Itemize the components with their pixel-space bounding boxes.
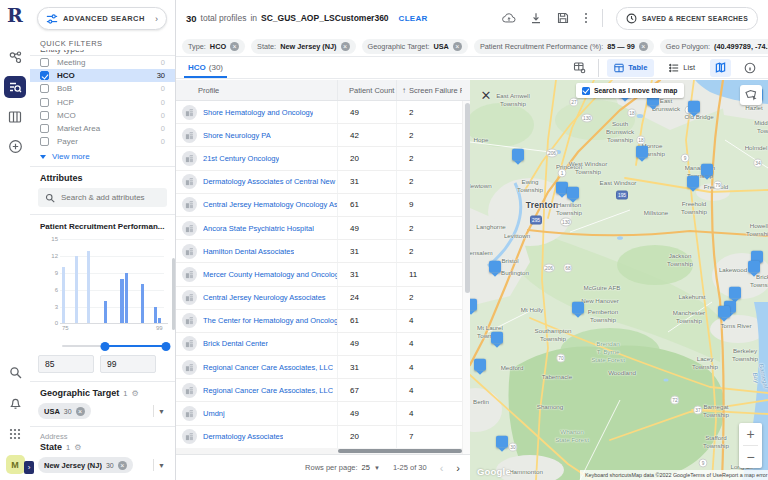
slider-handle-max[interactable] [162, 342, 171, 351]
range-max-input[interactable] [100, 355, 156, 373]
chip-remove-icon[interactable]: × [118, 461, 127, 470]
filter-chip[interactable]: Geographic Target:USA× [362, 39, 468, 54]
profile-name-link[interactable]: Central Jersey Neurology Associates [203, 293, 326, 302]
checkbox-icon[interactable] [40, 124, 49, 133]
chip-remove-icon[interactable]: × [639, 42, 648, 51]
checkbox-icon[interactable] [40, 137, 49, 146]
chip-remove-icon[interactable]: × [341, 42, 350, 51]
map-marker[interactable] [718, 306, 730, 318]
search-as-move-checkbox[interactable]: Search as I move the map [576, 83, 684, 98]
map-marker[interactable] [489, 261, 501, 273]
filter-chip[interactable]: State:New Jersey (NJ)× [251, 39, 355, 54]
table-row[interactable]: Regional Cancer Care Associates, LLC314 [176, 356, 462, 379]
profile-name-link[interactable]: Shore Hematology and Oncology [203, 108, 313, 117]
profile-name-link[interactable]: Ancora State Psychiatric Hospital [203, 224, 314, 233]
map-marker[interactable] [474, 359, 486, 371]
profile-name-link[interactable]: Dermatology Associates of Central New Je… [203, 177, 337, 186]
map-marker[interactable] [729, 287, 741, 299]
map-marker[interactable] [748, 261, 760, 273]
map-marker[interactable] [470, 299, 477, 311]
profile-name-link[interactable]: 21st Century Oncology [203, 154, 279, 163]
tab-hco[interactable]: HCO (30) [184, 57, 227, 78]
table-row[interactable]: Dermatology Associates207 [176, 426, 462, 449]
column-header-patient-count[interactable]: Patient Count [337, 80, 396, 100]
table-row[interactable]: Shore Neurology PA422 [176, 124, 462, 147]
gear-icon[interactable]: ⚙ [74, 443, 81, 452]
filter-chip[interactable]: Geo Polygon:(40.499789, -74.103487), (40… [660, 39, 768, 54]
previous-page-button[interactable]: ‹ [440, 462, 444, 474]
entity-type-item-meeting[interactable]: Meeting0 [30, 56, 175, 69]
rows-per-page-select[interactable]: Rows per page: 25 ▼ [305, 463, 380, 472]
profile-name-link[interactable]: Hamilton Dental Associates [203, 247, 294, 256]
profile-name-link[interactable]: Central Jersey Hematology Oncology Assoc… [203, 200, 337, 209]
chip-remove-icon[interactable]: × [230, 42, 239, 51]
user-avatar[interactable]: M [6, 455, 25, 474]
map-marker[interactable] [572, 302, 584, 314]
map-marker[interactable] [491, 332, 503, 344]
profile-name-link[interactable]: The Center for Hematology and Oncology [203, 316, 337, 325]
map-marker[interactable] [567, 187, 579, 199]
checkbox-icon[interactable] [40, 98, 49, 107]
more-options-icon[interactable] [583, 13, 589, 23]
map-attribution-link[interactable]: Keyboard shortcuts [585, 472, 631, 478]
table-row[interactable]: Hamilton Dental Associates312 [176, 240, 462, 263]
add-circle-icon[interactable] [5, 136, 25, 156]
apps-grid-icon[interactable] [5, 424, 25, 444]
clear-button[interactable]: CLEAR [399, 14, 428, 23]
table-row[interactable]: Ancora State Psychiatric Hospital492 [176, 217, 462, 240]
panel-scrollbar[interactable] [172, 258, 175, 330]
map-attribution-link[interactable]: Terms of Use [690, 472, 722, 478]
map-marker[interactable] [496, 436, 508, 448]
attributes-search-input[interactable] [61, 193, 160, 202]
table-view-button[interactable]: Table [607, 59, 654, 77]
list-view-button[interactable]: List [662, 59, 702, 77]
notifications-bell-icon[interactable] [5, 393, 25, 413]
draw-polygon-button[interactable] [740, 85, 762, 105]
entity-type-item-bob[interactable]: BoB0 [30, 82, 175, 95]
table-row[interactable]: Mercer County Hematology and Oncology,PC… [176, 263, 462, 286]
slider-handle-min[interactable] [101, 342, 110, 351]
table-row[interactable]: 21st Century Oncology202 [176, 147, 462, 170]
dropdown-caret-icon[interactable]: ▼ [158, 462, 167, 469]
map-attribution-link[interactable]: Map data ©2022 Google [631, 472, 690, 478]
filter-chip[interactable]: Patient Recruitment Performance (%):85 —… [474, 39, 654, 54]
table-row[interactable]: The Center for Hematology and Oncology61… [176, 310, 462, 333]
attributes-search-box[interactable] [38, 188, 167, 207]
panel-collapse-chevron[interactable]: › [24, 461, 34, 474]
map-close-icon[interactable]: ✕ [478, 87, 494, 103]
map-marker[interactable] [687, 176, 699, 188]
geographic-target-chip[interactable]: USA 30 × [38, 403, 91, 419]
entity-type-item-hco[interactable]: HCO30 [30, 69, 175, 82]
profile-name-link[interactable]: Brick Dental Center [203, 339, 268, 348]
gear-icon[interactable]: ⚙ [132, 389, 139, 398]
profile-name-link[interactable]: Umdnj [203, 409, 225, 418]
saved-recent-searches-button[interactable]: SAVED & RECENT SEARCHES [616, 7, 758, 30]
profile-network-icon[interactable] [5, 47, 25, 67]
search-filter-icon[interactable] [4, 76, 26, 98]
table-row[interactable]: Dermatology Associates of Central New Je… [176, 171, 462, 194]
entity-type-item-hcp[interactable]: HCP0 [30, 96, 175, 109]
view-more-link[interactable]: View more [30, 148, 175, 166]
chip-remove-icon[interactable]: × [76, 407, 85, 416]
zoom-out-button[interactable]: − [739, 446, 762, 468]
profile-name-link[interactable]: Regional Cancer Care Associates, LLC [203, 363, 333, 372]
range-slider[interactable] [36, 340, 169, 352]
next-page-button[interactable]: › [456, 462, 460, 474]
table-row[interactable]: Regional Cancer Care Associates, LLC674 [176, 379, 462, 402]
state-filter-chip[interactable]: New Jersey (NJ) 30 × [38, 457, 133, 473]
table-vertical-scrollbar[interactable] [462, 101, 470, 454]
map-attribution-link[interactable]: Report a map error [722, 472, 768, 478]
table-row[interactable]: Central Jersey Hematology Oncology Assoc… [176, 194, 462, 217]
profile-name-link[interactable]: Dermatology Associates [203, 432, 283, 441]
configure-columns-icon[interactable] [569, 59, 590, 77]
advanced-search-button[interactable]: ADVANCED SEARCH › [37, 7, 167, 30]
map-marker[interactable] [688, 101, 700, 113]
download-icon[interactable] [529, 11, 543, 25]
map-marker[interactable] [512, 149, 524, 161]
map-marker[interactable] [701, 164, 713, 176]
zoom-in-button[interactable]: + [739, 423, 762, 445]
data-table-icon[interactable] [5, 107, 25, 127]
checkbox-icon[interactable] [40, 58, 49, 67]
chip-remove-icon[interactable]: × [453, 42, 462, 51]
column-header-profile[interactable]: Profile [176, 80, 337, 100]
